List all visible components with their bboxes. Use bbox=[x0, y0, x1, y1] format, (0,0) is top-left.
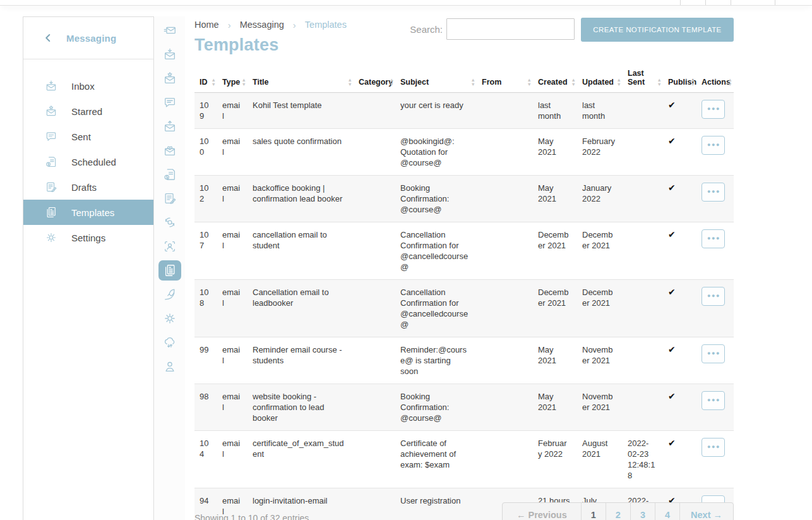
row-actions-button[interactable]: ●●● bbox=[702, 391, 725, 410]
publish-check-icon: ✔ bbox=[668, 287, 676, 297]
row-actions-button[interactable]: ●●● bbox=[702, 229, 725, 248]
rail-button-user-icon[interactable] bbox=[158, 356, 181, 377]
cell-id: 99 bbox=[194, 337, 217, 384]
mail-exchange-icon bbox=[163, 23, 177, 37]
cell-last-sent bbox=[623, 93, 663, 129]
row-actions-button[interactable]: ●●● bbox=[702, 136, 725, 155]
main-content: Home›Messaging›Templates Templates Searc… bbox=[194, 16, 734, 520]
user-scan-icon bbox=[163, 239, 177, 253]
column-header-type[interactable]: Type▲▼ bbox=[217, 65, 248, 93]
sidebar-item-settings[interactable]: Settings bbox=[23, 225, 153, 250]
ellipsis-icon: ●●● bbox=[707, 350, 720, 356]
publish-check-icon: ✔ bbox=[668, 391, 676, 401]
rail-button-user-scan-icon[interactable] bbox=[158, 236, 181, 257]
inbox-mail-icon bbox=[163, 47, 177, 61]
cell-subject: @bookingid@: Quotation for @course@ bbox=[395, 129, 477, 176]
outbox-mail-icon bbox=[163, 119, 177, 133]
rail-button-sent-chat-icon[interactable] bbox=[158, 92, 181, 112]
module-icon-rail bbox=[155, 16, 185, 520]
sidebar-item-inbox[interactable]: Inbox bbox=[23, 73, 153, 99]
scheduled-doc-icon bbox=[45, 155, 57, 168]
rail-button-favorite-mail-icon[interactable] bbox=[158, 140, 181, 160]
sidebar-item-sent[interactable]: Sent bbox=[23, 124, 153, 149]
rail-button-gear-icon[interactable] bbox=[158, 308, 181, 329]
column-header-id[interactable]: ID▲▼ bbox=[194, 65, 217, 93]
cell-from bbox=[477, 384, 533, 431]
cell-type: email bbox=[217, 222, 248, 280]
rail-button-templates-doc-icon[interactable] bbox=[158, 260, 181, 281]
sidebar-item-label: Sent bbox=[71, 131, 91, 142]
column-header-from[interactable]: From▲▼ bbox=[477, 65, 533, 93]
cell-updated: November 2021 bbox=[577, 384, 623, 431]
pagination-next-button[interactable]: Next → bbox=[679, 503, 733, 520]
rail-button-signature-quill-icon[interactable] bbox=[158, 284, 181, 305]
cell-title: backoffice booking | confirmation lead b… bbox=[248, 176, 354, 222]
cell-created: May 2021 bbox=[533, 129, 577, 176]
cell-title: Cancellation email to leadbooker bbox=[248, 280, 354, 337]
top-toolbar bbox=[0, 0, 812, 6]
cell-title: website booking - confirmation to lead b… bbox=[248, 384, 354, 431]
pagination-previous-button[interactable]: ← Previous bbox=[503, 503, 581, 520]
cell-category bbox=[354, 280, 395, 337]
rail-button-drafts-doc-icon[interactable] bbox=[158, 188, 181, 209]
row-actions-button[interactable]: ●●● bbox=[702, 438, 725, 457]
cell-last-sent bbox=[623, 280, 663, 337]
sidebar-item-scheduled[interactable]: Scheduled bbox=[23, 149, 153, 174]
column-header-created[interactable]: Created▲▼ bbox=[533, 65, 577, 93]
sidebar-item-templates[interactable]: Templates bbox=[23, 200, 153, 225]
cell-publish: ✔ bbox=[663, 337, 696, 384]
column-header-publish[interactable]: Publish▲▼ bbox=[663, 65, 696, 93]
cell-updated: November 2021 bbox=[577, 337, 623, 384]
ellipsis-icon: ●●● bbox=[707, 188, 720, 195]
sidebar-item-starred[interactable]: Starred bbox=[23, 99, 153, 124]
column-header-actions[interactable]: Actions▲▼ bbox=[696, 65, 734, 93]
table-row: 98emailwebsite booking - confirmation to… bbox=[194, 384, 734, 431]
pagination-page-2[interactable]: 2 bbox=[606, 503, 630, 520]
sort-arrows-icon: ▲▼ bbox=[617, 78, 621, 87]
breadcrumb-item-templates[interactable]: Templates bbox=[305, 20, 347, 30]
table-row: 107emailcancellation email to studentCan… bbox=[194, 222, 734, 280]
row-actions-button[interactable]: ●●● bbox=[702, 183, 725, 202]
pagination-page-3[interactable]: 3 bbox=[630, 503, 655, 520]
column-header-label: ID bbox=[200, 78, 208, 87]
sidebar-item-label: Drafts bbox=[71, 182, 97, 193]
breadcrumb-item-messaging[interactable]: Messaging bbox=[240, 20, 284, 30]
pagination-page-4[interactable]: 4 bbox=[655, 503, 679, 520]
cell-from bbox=[477, 129, 533, 176]
column-header-subject[interactable]: Subject▲▼ bbox=[395, 65, 477, 93]
table-body: 109emailKohil Test templateyour cert is … bbox=[194, 93, 734, 520]
breadcrumb-separator-icon: › bbox=[228, 20, 231, 30]
rail-button-outbox-mail-icon[interactable] bbox=[158, 116, 181, 136]
pagination-page-1[interactable]: 1 bbox=[581, 503, 606, 520]
sort-arrows-icon: ▲▼ bbox=[242, 78, 246, 87]
signature-quill-icon bbox=[163, 287, 177, 301]
cell-actions: ●●● bbox=[696, 384, 734, 431]
rail-button-mail-exchange-icon[interactable] bbox=[158, 20, 181, 40]
column-header-updated[interactable]: Updated▲▼ bbox=[577, 65, 623, 93]
row-actions-button[interactable]: ●●● bbox=[702, 287, 725, 306]
sidebar-back-header[interactable]: Messaging bbox=[23, 17, 153, 59]
gear-icon bbox=[163, 311, 177, 325]
table-row: 100emailsales quote confirmation@booking… bbox=[194, 129, 734, 176]
rail-button-scheduled-doc-icon[interactable] bbox=[158, 164, 181, 184]
rail-button-starred-mail-icon[interactable] bbox=[158, 68, 181, 88]
row-actions-button[interactable]: ●●● bbox=[702, 344, 725, 363]
column-header-title[interactable]: Title▲▼ bbox=[248, 65, 354, 93]
column-header-category[interactable]: Category▲▼ bbox=[354, 65, 395, 93]
column-header-last-sent[interactable]: Last Sent▲▼ bbox=[623, 65, 663, 93]
table-row: 104emailcertificate_of_exam_studentCerti… bbox=[194, 431, 734, 488]
rail-button-cloud-sync-icon[interactable] bbox=[158, 332, 181, 353]
rail-button-inbox-mail-icon[interactable] bbox=[158, 44, 181, 64]
sent-chat-icon bbox=[45, 130, 57, 143]
breadcrumb-item-home[interactable]: Home bbox=[194, 20, 219, 30]
cell-type: email bbox=[217, 176, 248, 222]
sort-arrows-icon: ▲▼ bbox=[390, 78, 394, 87]
sidebar-item-drafts[interactable]: Drafts bbox=[23, 174, 153, 200]
row-actions-button[interactable]: ●●● bbox=[702, 100, 725, 119]
cell-id: 109 bbox=[194, 93, 217, 129]
search-input[interactable] bbox=[446, 18, 575, 40]
sort-arrows-icon: ▲▼ bbox=[527, 78, 532, 87]
cell-id: 100 bbox=[194, 129, 217, 176]
rail-button-campaign-target-icon[interactable] bbox=[158, 212, 181, 233]
create-notification-template-button[interactable]: CREATE NOTIFICATION TEMPLATE bbox=[581, 18, 734, 42]
